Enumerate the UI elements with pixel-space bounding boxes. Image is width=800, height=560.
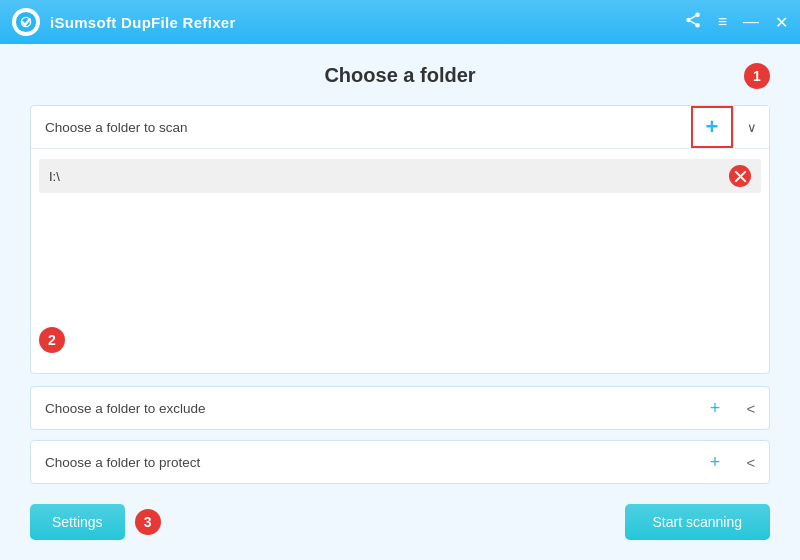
scan-folder-header: Choose a folder to scan + ∨ xyxy=(31,106,769,149)
svg-line-6 xyxy=(690,15,695,18)
scan-folder-actions: + ∨ xyxy=(691,106,769,148)
protect-folder-collapse-button[interactable]: < xyxy=(733,441,769,483)
menu-icon[interactable]: ≡ xyxy=(718,13,727,31)
exclude-folder-label: Choose a folder to exclude xyxy=(31,401,697,416)
scan-folder-label: Choose a folder to scan xyxy=(31,120,691,135)
svg-point-2 xyxy=(695,12,700,17)
svg-line-5 xyxy=(690,21,695,24)
scan-folder-panel: Choose a folder to scan + ∨ I:\ xyxy=(30,105,770,374)
scan-folder-list: I:\ 2 xyxy=(31,149,769,373)
start-scanning-button[interactable]: Start scanning xyxy=(625,504,771,540)
step-badge-3: 3 xyxy=(135,509,161,535)
step-badge-1: 1 xyxy=(744,63,770,89)
share-icon[interactable] xyxy=(684,11,702,34)
protect-folder-actions: + < xyxy=(697,441,769,483)
svg-point-4 xyxy=(695,23,700,28)
protect-folder-header: Choose a folder to protect + < xyxy=(31,441,769,483)
add-protect-folder-button[interactable]: + xyxy=(697,441,733,483)
exclude-folder-header: Choose a folder to exclude + < xyxy=(31,387,769,429)
title-bar-right: ≡ — ✕ xyxy=(684,11,788,34)
exclude-folder-panel: Choose a folder to exclude + < xyxy=(30,386,770,430)
footer: Settings 3 Start scanning xyxy=(30,494,770,540)
svg-point-3 xyxy=(686,17,691,22)
minimize-icon[interactable]: — xyxy=(743,13,759,31)
scan-folder-dropdown-button[interactable]: ∨ xyxy=(733,106,769,148)
exclude-folder-actions: + < xyxy=(697,387,769,429)
app-title: iSumsoft DupFile Refixer xyxy=(50,14,236,31)
title-bar-left: iSumsoft DupFile Refixer xyxy=(12,8,236,36)
title-bar: iSumsoft DupFile Refixer ≡ — ✕ xyxy=(0,0,800,44)
main-content: Choose a folder 1 Choose a folder to sca… xyxy=(0,44,800,560)
step-badge-2: 2 xyxy=(39,327,65,353)
footer-left: Settings 3 xyxy=(30,504,161,540)
close-icon[interactable]: ✕ xyxy=(775,13,788,32)
protect-folder-label: Choose a folder to protect xyxy=(31,455,697,470)
add-exclude-folder-button[interactable]: + xyxy=(697,387,733,429)
exclude-folder-collapse-button[interactable]: < xyxy=(733,387,769,429)
scan-panel-inner: Choose a folder to scan + ∨ I:\ xyxy=(30,105,770,374)
protect-folder-panel: Choose a folder to protect + < xyxy=(30,440,770,484)
list-item: I:\ xyxy=(39,159,761,193)
remove-folder-button[interactable] xyxy=(729,165,751,187)
app-logo xyxy=(12,8,40,36)
folder-path: I:\ xyxy=(49,169,729,184)
page-title: Choose a folder xyxy=(324,64,475,87)
add-scan-folder-button[interactable]: + xyxy=(691,106,733,148)
settings-button[interactable]: Settings xyxy=(30,504,125,540)
